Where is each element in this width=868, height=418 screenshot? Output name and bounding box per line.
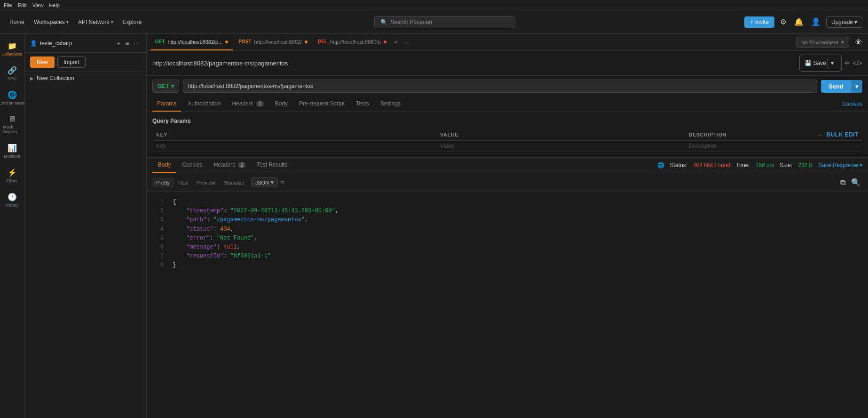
description-input[interactable] (689, 143, 859, 149)
search-postman[interactable]: 🔍 Search Postman (374, 16, 515, 28)
line-number-8: 8 (152, 261, 164, 270)
tab-body[interactable]: Body (270, 96, 292, 112)
size-label: Size: (780, 162, 792, 169)
collections-panel: 👤 teste_csharp + ≡ ··· New Import ▶ New … (24, 34, 147, 418)
params-section: Query Params KEY VALUE DESCRIPTION ··· B… (147, 112, 868, 157)
import-button[interactable]: Import (57, 56, 86, 68)
tab-del-1[interactable]: DEL http://localhost:8080/p (313, 34, 391, 50)
tab-post-1[interactable]: POST http://localhost:8082/ (234, 34, 312, 50)
sidebar-item-flows[interactable]: ⚡ Flows (1, 164, 23, 187)
save-dropdown-button[interactable]: ▾ (828, 57, 836, 69)
new-button[interactable]: New (30, 56, 55, 68)
tab-headers[interactable]: Headers 7 (227, 96, 268, 112)
user-icon: 👤 (30, 40, 37, 47)
search-bar: 🔍 Search Postman (149, 16, 741, 28)
resp-tab-body[interactable]: Body (152, 158, 176, 173)
cookies-link[interactable]: Cookies (842, 101, 862, 107)
tab-params[interactable]: Params (152, 96, 181, 112)
tab-authorization[interactable]: Authorization (183, 96, 225, 112)
value-input[interactable] (440, 143, 681, 149)
resp-tab-cookies[interactable]: Cookies (176, 158, 208, 173)
sidebar-item-collections[interactable]: 📁 Collections (1, 38, 23, 60)
monitors-icon: 📊 (8, 144, 17, 153)
sidebar-item-mock-servers[interactable]: 🖥 Mock Servers (1, 111, 23, 138)
send-button-group: Send ▾ (821, 80, 862, 93)
tab-tests[interactable]: Tests (351, 96, 374, 112)
new-collection-item[interactable]: ▶ New Collection (24, 72, 146, 84)
more-tabs-button[interactable]: ··· (401, 37, 410, 48)
menu-edit[interactable]: Edit (18, 2, 27, 8)
method-selector[interactable]: GET ▾ (152, 80, 179, 93)
collection-arrow-icon: ▶ (30, 76, 34, 81)
menu-help[interactable]: Help (49, 2, 60, 8)
code-key-path: "path" (173, 217, 206, 223)
response-section: Body Cookies Headers 2 Test Results 🌐 St… (147, 157, 868, 418)
no-environment-text: No Environment (801, 40, 838, 45)
resp-tab-test-results[interactable]: Test Results (251, 158, 293, 173)
bulk-edit-button[interactable]: Bulk Edit (827, 131, 859, 138)
workspaces-chevron-icon: ▾ (66, 20, 69, 24)
search-response-button[interactable]: 🔍 (849, 176, 862, 189)
workspace-name: teste_csharp (40, 40, 72, 47)
invite-button[interactable]: + Invite (744, 16, 774, 28)
format-type-value: JSON (255, 180, 269, 185)
monitors-label: Monitors (4, 154, 20, 159)
format-type-chevron-icon: ▾ (271, 179, 274, 185)
format-type-selector[interactable]: JSON ▾ (251, 177, 278, 187)
tab-settings[interactable]: Settings (376, 96, 405, 112)
nav-explore[interactable]: Explore (119, 17, 146, 27)
format-tab-pretty[interactable]: Pretty (152, 178, 174, 187)
key-column-header: KEY (152, 129, 436, 141)
copy-response-button[interactable]: ⧉ (838, 176, 847, 189)
avatar-button[interactable]: 👤 (809, 16, 822, 28)
settings-button[interactable]: ⚙ (778, 16, 789, 28)
request-title: http://localhost:8082/pagamentos-ms/paga… (152, 60, 796, 67)
notifications-button[interactable]: 🔔 (792, 16, 805, 28)
edit-button[interactable]: ✏ (844, 59, 850, 67)
sidebar-item-apis[interactable]: 🔗 APIs (1, 62, 23, 85)
line-number-3: 3 (152, 216, 164, 225)
format-tab-raw[interactable]: Raw (174, 178, 192, 187)
tab-pre-request-script[interactable]: Pre-request Script (294, 96, 349, 112)
code-button[interactable]: </> (853, 59, 862, 67)
code-line-2: 2 "timestamp": "2022-09-29T13:45:43.293+… (152, 207, 862, 216)
line-number-4: 4 (152, 225, 164, 234)
nav-workspaces[interactable]: Workspaces ▾ (30, 17, 72, 27)
wrap-text-button[interactable]: ≡ (279, 177, 285, 188)
nav-home[interactable]: Home (6, 17, 28, 27)
nav-api-network[interactable]: API Network ▾ (74, 17, 117, 27)
format-tab-preview[interactable]: Preview (193, 178, 219, 187)
new-tab-button[interactable]: + (392, 36, 400, 48)
icon-sidebar: 📁 Collections 🔗 APIs 🌐 Environments 🖥 Mo… (0, 34, 24, 418)
value-column-header: VALUE (436, 129, 685, 141)
environment-settings-button[interactable]: 👁 (853, 36, 864, 48)
url-input[interactable] (183, 80, 818, 93)
code-line-3: 3 "path": "/pagamentos-ms/pagamentos", (152, 216, 862, 225)
resp-tab-headers[interactable]: Headers 2 (208, 158, 251, 173)
sidebar-item-monitors[interactable]: 📊 Monitors (1, 140, 23, 162)
invite-icon: + (750, 19, 753, 25)
upgrade-button[interactable]: Upgrade ▾ (826, 16, 862, 28)
response-tabs-bar: Body Cookies Headers 2 Test Results 🌐 St… (147, 158, 868, 173)
content-area: GET http://localhost:8082/p... POST http… (147, 34, 868, 418)
key-input[interactable] (156, 143, 433, 149)
format-tab-visualize[interactable]: Visualize (220, 178, 248, 187)
save-response-button[interactable]: Save Response ▾ (818, 162, 862, 169)
menu-view[interactable]: View (32, 2, 44, 8)
more-options-button[interactable]: ··· (132, 38, 141, 48)
filter-button[interactable]: ≡ (124, 38, 130, 48)
sidebar-item-history[interactable]: 🕐 History (1, 189, 23, 211)
line-number-7: 7 (152, 252, 164, 261)
menu-file[interactable]: File (4, 2, 12, 8)
bulk-edit-options-button[interactable]: ··· (817, 131, 823, 138)
send-button[interactable]: Send (821, 80, 851, 93)
save-button[interactable]: 💾 Save ▾ (799, 55, 841, 72)
sidebar-item-environments[interactable]: 🌐 Environments (1, 87, 23, 109)
code-val-timestamp: "2022-09-29T13:45:43.293+00:00" (230, 208, 335, 214)
menubar: File Edit View Help (0, 0, 868, 10)
environment-selector[interactable]: No Environment ▾ (796, 37, 849, 48)
tab-get-1[interactable]: GET http://localhost:8082/p... (150, 34, 233, 50)
history-label: History (5, 203, 18, 208)
send-dropdown-button[interactable]: ▾ (851, 80, 862, 93)
add-collection-button[interactable]: + (115, 38, 122, 48)
